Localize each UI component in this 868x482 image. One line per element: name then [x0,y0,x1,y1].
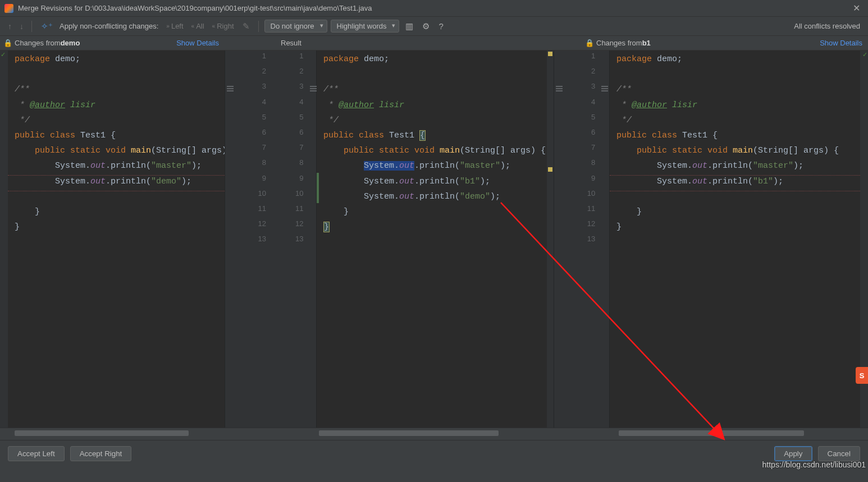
show-details-right[interactable]: Show Details [820,39,862,47]
columns-icon[interactable]: ▥ [403,21,416,31]
left-header-prefix: Changes from [15,39,61,47]
left-code[interactable]: package demo; /** * @author lisir */publ… [8,51,225,428]
result-marker-strip[interactable] [547,51,554,428]
left-header-branch: demo [61,39,80,47]
wand-icon[interactable]: ✎ [240,21,253,31]
prev-diff-icon[interactable]: ↑ [6,22,14,31]
close-icon[interactable]: ✕ [849,3,864,13]
gear-icon[interactable]: ⚙ [419,21,432,31]
centre-gutter-left: 12345678910111213 12345678910111213 [225,51,317,428]
side-tab-icon[interactable]: S [856,367,868,384]
left-pane[interactable]: package demo; /** * @author lisir */publ… [0,51,225,428]
accept-right-button[interactable]: Accept Right [70,446,132,461]
titlebar: Merge Revisions for D:\003Java\ideaWorkS… [0,0,868,17]
apply-nonconflicting-label: Apply non-conflicting changes: [60,22,158,30]
app-icon [4,4,13,13]
result-code[interactable]: package demo; /** * @author lisir */publ… [317,51,547,428]
right-header-prefix: Changes from [596,39,642,47]
cancel-button[interactable]: Cancel [818,446,861,461]
apply-all-button[interactable]: «All [189,22,207,30]
watermark: https://blog.csdn.net/libusi001 [762,460,866,469]
apply-left-button[interactable]: »Left [164,22,185,30]
help-icon[interactable]: ? [436,21,446,31]
apply-right-button[interactable]: «Right [210,22,236,30]
right-code[interactable]: package demo; /** * @author lisir */publ… [610,51,860,428]
pane-headers: 🔒 Changes from demo Show Details Result … [0,36,868,51]
result-header: Result [281,39,301,47]
highlight-policy-combo[interactable]: Highlight words [331,20,400,33]
right-pane[interactable]: package demo; /** * @author lisir */publ… [610,51,868,428]
lock-icon: 🔒 [585,39,594,47]
conflicts-status: All conflicts resolved [794,22,860,30]
centre-gutter-right: 12345678910111213 [554,51,610,428]
editor-area: package demo; /** * @author lisir */publ… [0,51,868,428]
right-header-branch: b1 [642,39,651,47]
toolbar: ↑ ↓ ✧⁺ Apply non-conflicting changes: »L… [0,17,868,36]
result-pane[interactable]: package demo; /** * @author lisir */publ… [317,51,554,428]
lock-icon: 🔒 [3,39,12,47]
next-diff-icon[interactable]: ↓ [17,22,26,31]
left-validation-strip [0,51,8,428]
dialog-footer: Accept Left Accept Right Apply Cancel [0,440,868,466]
apply-button[interactable]: Apply [774,446,812,461]
window-title: Merge Revisions for D:\003Java\ideaWorkS… [18,4,849,12]
horizontal-scroll[interactable] [0,428,868,440]
show-details-left[interactable]: Show Details [176,39,219,47]
ignore-policy-combo[interactable]: Do not ignore [264,20,327,33]
magic-resolve-icon[interactable]: ✧⁺ [38,21,56,31]
accept-left-button[interactable]: Accept Left [8,446,65,461]
